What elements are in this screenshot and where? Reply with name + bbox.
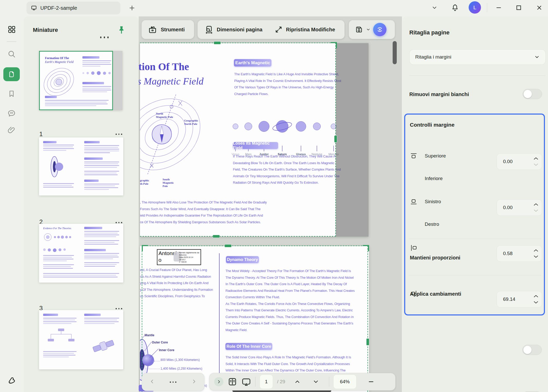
search-button[interactable] [6,48,17,60]
stepper-down-icon[interactable] [534,301,538,304]
previous-page-button[interactable] [294,378,301,385]
crop2-corner-top-right[interactable] [363,245,369,251]
stepper-down-icon[interactable] [534,163,538,166]
chevron-left-icon [149,378,155,385]
avatar[interactable]: L [469,1,481,14]
thumbnail-page-4[interactable] [39,310,123,369]
page1-loses-paragraph: If These Rays Reach The Earth Without Ob… [233,153,341,186]
digital-signature-stamp[interactable]: Antonni o Firmato digitalmente da:Antonn… [157,249,201,265]
crop2-handle-right-middle[interactable] [366,339,369,345]
thumbnails-panel-button[interactable] [3,67,20,81]
page-size-icon [204,25,214,34]
margin-left-stepper[interactable]: 0.58 [497,245,542,262]
thumbnail-1-menu-button[interactable] [116,133,122,135]
crop2-border-right[interactable] [367,246,368,392]
stepper-up-icon[interactable] [534,157,538,160]
thumbnail-page-1[interactable]: Formation Of The Earth's Magnetic Field [39,51,122,110]
document-tab[interactable]: UPDF-2-sample [26,2,120,14]
margin-top-value: 0.00 [497,159,513,164]
stepper-down-icon[interactable] [534,255,538,258]
crop-corner-top-right[interactable] [331,42,337,48]
undo-button[interactable] [149,378,155,386]
margin-top-label: Superiore [425,153,446,159]
history-nav-bar [142,373,204,391]
margin-top-stepper[interactable]: 0.00 [497,153,542,170]
remove-white-margins-label: Rimuovi margini bianchi [409,91,469,97]
bell-icon [451,4,459,12]
search-icon [7,50,16,58]
page2-left-column: eld, A Crucial Feature Of Our Planet, Ha… [140,267,213,300]
stepper-up-icon[interactable] [534,249,538,252]
zoom-level-button[interactable]: 64% [333,375,356,389]
panel-divider [409,76,546,76]
ai-assistant-button[interactable] [373,23,386,36]
notifications-button[interactable] [450,3,460,13]
save-options-button[interactable] [366,27,371,32]
thumbnail-3-heading: Evidence For The Theories [43,227,71,230]
thumbnail-page-3[interactable]: Evidence For The Theories [39,224,123,283]
reading-mode-button[interactable] [228,377,237,387]
paperclip-icon [7,126,16,134]
chevron-up-icon [294,378,301,385]
chevron-down-icon [366,27,371,32]
comment-icon [7,109,16,118]
restore-changes-label: Ripristina Modifiche [286,27,335,33]
next-page-button[interactable] [313,378,319,385]
zoom-out-button[interactable] [368,378,374,385]
stepper-up-icon[interactable] [534,203,538,206]
more-actions-button[interactable] [170,381,176,383]
crop2-handle-top-center[interactable] [225,245,231,247]
stepper-down-icon[interactable] [534,209,538,212]
chevron-down-icon [431,5,438,11]
close-button[interactable] [535,4,543,12]
remove-white-margins-toggle[interactable] [523,89,542,99]
crop-handle-b0ttom-center[interactable] [213,235,220,238]
thumbnail-page-2[interactable] [39,137,123,195]
collapse-toolbar-button[interactable] [430,4,439,11]
current-page-input[interactable]: 1 [260,375,273,389]
attachments-button[interactable] [6,124,17,136]
panel-drag-handle[interactable] [100,36,110,39]
restore-changes-button[interactable]: Ripristina Modifiche [274,25,335,34]
margin-controls-box: Controlli margine Superiore 0.00 Inferio… [404,114,545,315]
page-size-button[interactable]: Dimensioni pagina [204,25,262,34]
vertical-scrollbar[interactable] [393,41,397,64]
apps-grid-button[interactable] [6,24,17,35]
rail-divider [7,41,16,42]
maximize-icon [515,4,522,11]
stepper-up-icon[interactable] [534,295,538,297]
thumbnail-3-menu-button[interactable] [116,308,122,309]
minimize-button[interactable] [495,4,503,12]
tools-button[interactable]: Strumenti [141,20,194,39]
expand-nav-button[interactable] [214,377,223,386]
crop-border-top[interactable] [140,43,336,43]
document-canvas[interactable]: tion Of The s Magnetic Field [139,16,402,392]
thumbnail-1-heading-1: Formation Of The [45,56,69,60]
crop-mode-dropdown[interactable]: Ritaglia i margini [409,49,546,65]
save-button[interactable] [355,25,363,34]
updf-window: UPDF-2-sample L [0,0,548,392]
crop-handle-right-middle[interactable] [334,136,337,142]
crop2-corner-top-left[interactable] [142,245,148,251]
crop2-border-top[interactable] [142,246,367,246]
plus-icon [128,4,136,12]
bookmarks-button[interactable] [6,88,17,99]
crop2-border-left[interactable] [142,246,142,392]
panel-divider [409,239,541,239]
keep-proportions-toggle[interactable] [522,345,542,355]
comments-button[interactable] [6,108,17,119]
margin-bottom-stepper[interactable]: 0.00 [497,199,542,216]
thumbnail-2-menu-button[interactable] [116,222,122,223]
thumbnail-4-number: 4 [39,391,43,392]
new-tab-button[interactable] [128,4,136,12]
saturn-ring [272,119,292,134]
maximize-button[interactable] [515,4,523,12]
redo-button[interactable] [191,378,197,386]
book-layout-icon [228,377,237,387]
crop-border-bottom[interactable] [140,236,336,237]
crop-handle-top-center[interactable] [214,42,221,44]
presentation-mode-button[interactable] [241,377,251,387]
pin-panel-button[interactable] [117,25,126,35]
margin-right-stepper[interactable]: 69.14 [497,291,542,307]
ai-swirl-icon [375,25,384,34]
